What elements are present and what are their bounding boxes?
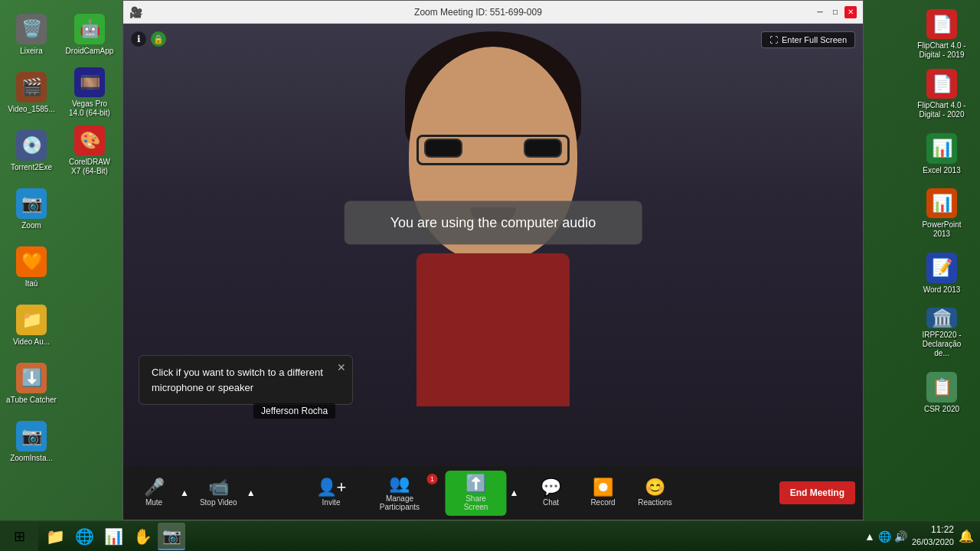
- video-area: ℹ 🔒 ⛶ Enter Full Screen You are using th…: [123, 24, 863, 466]
- taskbar-chrome[interactable]: 🌐: [70, 523, 98, 550]
- mute-group: 🎤 Mute ▲: [131, 476, 192, 510]
- taskbar-clock[interactable]: 11:22 26/03/2020: [912, 523, 954, 548]
- desktop-icon-corel[interactable]: 🎨 CorelDRAW X7 (64-Bit): [61, 122, 118, 179]
- share-label: Share Screen: [454, 494, 497, 511]
- face-eyes: [424, 139, 562, 158]
- taskbar-zoom-active[interactable]: 📷: [158, 523, 185, 550]
- taskbar-chevron-icon[interactable]: ▲: [864, 530, 875, 543]
- desktop-icon-word[interactable]: 📝 Word 2013: [913, 245, 970, 302]
- taskbar-powerpoint[interactable]: 📊: [100, 523, 127, 550]
- taskbar-time: 11:22: [912, 523, 954, 536]
- desktop-icon-zoominsta[interactable]: 📷 ZoomInsta...: [3, 413, 60, 470]
- taskbar-system-icons: ▲ 🌐 🔊: [864, 530, 907, 543]
- toolbar-center: 👤+ Invite 👥 Manage Participants 1 ⬆️ Sha…: [309, 471, 678, 516]
- mute-label: Mute: [145, 498, 162, 507]
- mic-tooltip: ✕ Click if you want to switch to a diffe…: [139, 355, 353, 405]
- taskbar: ⊞ 📁 🌐 📊 ✋ 📷 ▲ 🌐 🔊 11:22 26/03/2020 🔔: [0, 520, 980, 551]
- participant-name: Jefferson Rocha: [261, 406, 328, 416]
- desktop-icons-left: 🗑️ Lixeira 🎬 Video_1585... 💿 Torrent2Exe…: [0, 0, 122, 520]
- chat-button[interactable]: 💬 Chat: [528, 476, 574, 510]
- reactions-icon: 😊: [645, 479, 665, 496]
- mute-icon: 🎤: [144, 479, 165, 496]
- invite-label: Invite: [322, 498, 341, 507]
- network-icon[interactable]: 🌐: [878, 530, 891, 543]
- mic-tooltip-text: Click if you want to switch to a differe…: [152, 367, 323, 393]
- mute-button[interactable]: 🎤 Mute: [131, 476, 177, 510]
- taskbar-hand[interactable]: ✋: [129, 523, 156, 550]
- desktop-icon-zoom[interactable]: 📷 Zoom: [3, 181, 60, 237]
- desktop-icon-powerpoint[interactable]: 📊 PowerPoint 2013: [913, 185, 970, 242]
- toolbar-left: 🎤 Mute ▲ 📹 Stop Video ▲: [131, 476, 259, 510]
- participants-icon: 👥: [389, 475, 410, 492]
- title-bar-controls: ─ □ ✕: [814, 6, 857, 18]
- taskbar-date: 26/03/2020: [912, 536, 954, 548]
- share-chevron[interactable]: ▲: [507, 486, 522, 500]
- reactions-button[interactable]: 😊 Reactions: [632, 476, 678, 510]
- record-button[interactable]: ⏺️ Record: [580, 476, 626, 510]
- maximize-button[interactable]: □: [829, 6, 841, 18]
- end-meeting-button[interactable]: End Meeting: [779, 481, 855, 504]
- invite-button[interactable]: 👤+ Invite: [309, 476, 354, 510]
- desktop-icon-videoau[interactable]: 📁 Video Au...: [3, 297, 60, 354]
- info-banner: ℹ 🔒: [131, 31, 166, 47]
- audio-notification-text: You are using the computer audio: [390, 215, 596, 230]
- desktop-icons-right: 📄 FlipChart 4.0 - Digital - 2019 📄 FlipC…: [903, 0, 980, 520]
- info-icon[interactable]: ℹ: [131, 31, 146, 47]
- taskbar-items: 📁 🌐 📊 ✋ 📷: [38, 523, 858, 550]
- desktop-icon-flipchart2019[interactable]: 📄 FlipChart 4.0 - Digital - 2019: [913, 6, 970, 63]
- record-label: Record: [590, 498, 615, 507]
- share-icon: ⬆️: [466, 475, 486, 492]
- face-eye-right: [524, 139, 562, 158]
- fullscreen-button[interactable]: ⛶ Enter Full Screen: [761, 31, 855, 48]
- face-body: [416, 253, 570, 406]
- mute-chevron[interactable]: ▲: [177, 486, 192, 500]
- windows-logo-icon: ⊞: [14, 528, 25, 545]
- title-bar: 🎥 Zoom Meeting ID: 551-699-009 ─ □ ✕: [123, 1, 863, 24]
- desktop-icon-atube[interactable]: ⬇️ aTube Catcher: [3, 355, 60, 412]
- face-eye-left: [424, 139, 462, 158]
- taskbar-right: ▲ 🌐 🔊 11:22 26/03/2020 🔔: [858, 523, 980, 548]
- zoom-window: 🎥 Zoom Meeting ID: 551-699-009 ─ □ ✕: [122, 0, 864, 520]
- fullscreen-label: Enter Full Screen: [782, 35, 847, 44]
- desktop-icon-irpf[interactable]: 🏛️ IRPF2020 - Declaração de...: [913, 305, 970, 361]
- stop-video-button[interactable]: 📹 Stop Video: [194, 476, 243, 510]
- video-icon: 📹: [208, 479, 229, 496]
- secure-icon[interactable]: 🔒: [151, 31, 166, 47]
- desktop-icon-lixeira[interactable]: 🗑️ Lixeira: [3, 6, 60, 63]
- desktop-icon-csr[interactable]: 📋 CSR 2020: [913, 364, 970, 421]
- chat-label: Chat: [543, 498, 559, 507]
- stop-video-label: Stop Video: [200, 498, 237, 507]
- volume-icon[interactable]: 🔊: [894, 530, 907, 543]
- participants-badge: 1: [426, 474, 437, 484]
- record-icon: ⏺️: [593, 479, 613, 496]
- notification-icon[interactable]: 🔔: [959, 529, 974, 543]
- tooltip-close-button[interactable]: ✕: [337, 360, 346, 376]
- reactions-label: Reactions: [638, 498, 671, 507]
- chat-icon: 💬: [541, 479, 561, 496]
- desktop-icon-droidcam[interactable]: 🤖 DroidCamApp: [61, 6, 118, 63]
- toolbar-right: End Meeting: [779, 481, 855, 504]
- window-title: Zoom Meeting ID: 551-699-009: [142, 7, 814, 18]
- close-button[interactable]: ✕: [844, 6, 857, 18]
- desktop-icon-excel[interactable]: 📊 Excel 2013: [913, 126, 970, 182]
- invite-icon: 👤+: [316, 479, 347, 496]
- title-bar-left: 🎥: [129, 6, 142, 18]
- minimize-button[interactable]: ─: [814, 6, 826, 18]
- video-chevron[interactable]: ▲: [243, 486, 259, 500]
- desktop-icon-itau[interactable]: 🧡 Itaú: [3, 239, 60, 295]
- desktop-icon-video[interactable]: 🎬 Video_1585...: [3, 64, 60, 121]
- share-group: ⬆️ Share Screen ▲: [445, 471, 521, 516]
- audio-notification: You are using the computer audio: [345, 201, 642, 245]
- participants-button[interactable]: 👥 Manage Participants 1: [361, 472, 439, 514]
- desktop-icon-flipchart2020[interactable]: 📄 FlipChart 4.0 - Digital - 2020: [913, 66, 970, 122]
- participants-label: Manage Participants: [367, 494, 433, 511]
- taskbar-file-explorer[interactable]: 📁: [41, 523, 69, 550]
- desktop-icon-torrent[interactable]: 💿 Torrent2Exe: [3, 122, 60, 179]
- fullscreen-icon: ⛶: [769, 35, 778, 44]
- toolbar: 🎤 Mute ▲ 📹 Stop Video ▲ 👤+ Invite 👥: [123, 466, 863, 520]
- end-meeting-label: End Meeting: [790, 487, 844, 498]
- share-screen-button[interactable]: ⬆️ Share Screen: [445, 471, 506, 516]
- start-button[interactable]: ⊞: [0, 521, 38, 552]
- participant-name-bar: Jefferson Rocha: [253, 403, 335, 419]
- desktop-icon-vegas[interactable]: 🎞️ Vegas Pro 14.0 (64-bit): [61, 64, 118, 121]
